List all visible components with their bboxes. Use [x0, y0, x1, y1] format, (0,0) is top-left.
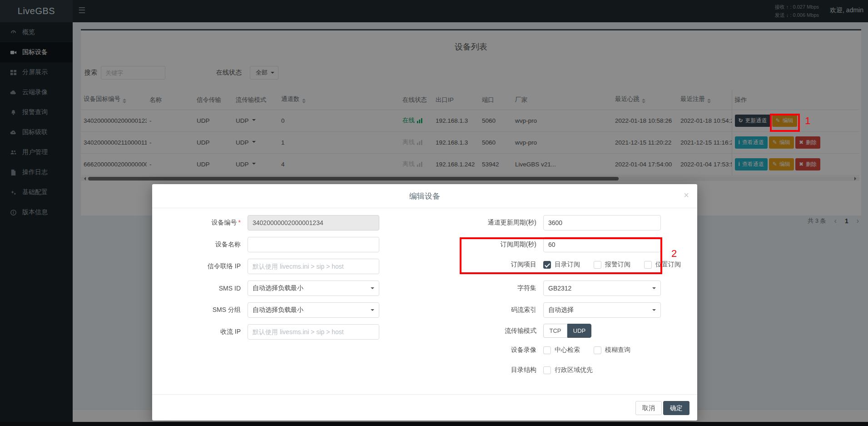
sms-id-row: SMS ID 自动选择负载最小	[157, 281, 379, 296]
annotation-box-2	[460, 237, 662, 274]
sms-id-select[interactable]: 自动选择负载最小	[248, 281, 379, 296]
annotation-number-2: 2	[671, 248, 677, 260]
annotation-number-1: 1	[805, 115, 810, 127]
dir-structure-row: 目录结构 行政区域优先	[452, 366, 593, 374]
admin-region-first-checkbox[interactable]	[543, 366, 551, 374]
device-record-row: 设备录像 中心检索 模糊查询	[452, 346, 630, 354]
chevron-down-icon	[371, 309, 374, 313]
fuzzy-query-checkbox[interactable]	[594, 346, 601, 354]
device-id-row: 设备编号*	[157, 215, 379, 231]
device-name-field[interactable]	[248, 237, 379, 252]
cancel-button[interactable]: 取消	[635, 401, 662, 415]
sms-group-select[interactable]: 自动选择负载最小	[248, 302, 379, 318]
chevron-down-icon	[371, 287, 374, 291]
charset-row: 字符集 GB2312	[452, 281, 661, 296]
channel-refresh-field[interactable]	[543, 215, 661, 231]
modal-title: 编辑设备	[152, 184, 697, 208]
modal-header: 编辑设备 ×	[152, 184, 697, 208]
charset-select[interactable]: GB2312	[543, 281, 661, 296]
recv-ip-row: 收流 IP	[157, 324, 379, 340]
edit-device-modal: 编辑设备 × 设备编号* 设备名称 信令联络 IP SMS ID 自动选择负载最…	[152, 184, 697, 421]
stream-index-select[interactable]: 自动选择	[543, 302, 661, 318]
chevron-down-icon	[652, 309, 656, 313]
stream-index-row: 码流索引 自动选择	[452, 302, 661, 318]
center-search-checkbox[interactable]	[543, 346, 551, 354]
signal-ip-field[interactable]	[248, 259, 379, 274]
udp-option[interactable]: UDP	[567, 324, 591, 338]
sms-group-row: SMS 分组 自动选择负载最小	[157, 302, 379, 318]
required-mark: *	[238, 219, 241, 226]
chevron-down-icon	[652, 287, 656, 291]
channel-refresh-row: 通道更新周期(秒)	[452, 215, 661, 231]
recv-ip-field[interactable]	[248, 324, 379, 340]
device-name-row: 设备名称	[157, 237, 379, 252]
stream-mode-toggle: TCP UDP	[543, 324, 591, 338]
annotation-box-1	[770, 114, 800, 132]
stream-mode-row: 流传输模式 TCP UDP	[452, 324, 591, 338]
signal-ip-row: 信令联络 IP	[157, 259, 379, 274]
tcp-option[interactable]: TCP	[543, 324, 567, 338]
modal-footer: 取消 确定	[152, 394, 697, 421]
confirm-button[interactable]: 确定	[663, 401, 689, 415]
close-icon[interactable]: ×	[684, 190, 689, 200]
device-id-field	[248, 215, 379, 231]
